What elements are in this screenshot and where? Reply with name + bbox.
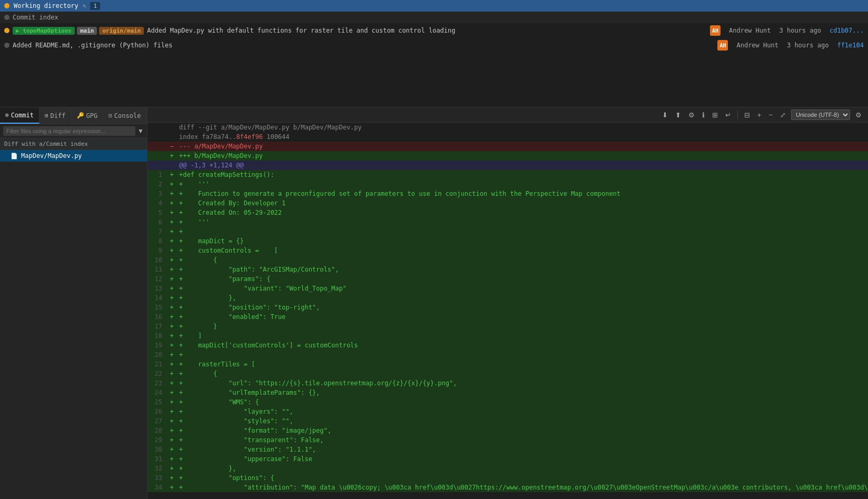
file-item-mapdev[interactable]: 📄 MapDev/MapDev.py <box>0 150 147 162</box>
file-path: MapDev/MapDev.py <box>21 152 82 159</box>
commit-list-area: ▶ topoMapOptions main origin/main Added … <box>0 23 868 107</box>
working-dir-title: Working directory <box>14 2 78 9</box>
diff-line-21: 21 + + rasterTiles = [ <box>147 360 868 369</box>
filter-dropdown-btn[interactable]: ▼ <box>137 127 144 135</box>
diff-line-32: 32 + + }, <box>147 464 868 473</box>
diff-line-22: 22 + + { <box>147 369 868 378</box>
diff-tab-icon: ⊞ <box>45 112 48 119</box>
tab-commit[interactable]: ⊙ Commit <box>0 107 40 124</box>
diff-line-17: 17 + + } <box>147 322 868 331</box>
tab-console[interactable]: ⊡ Console <box>103 107 146 124</box>
diff-line-16: 16 + + "enabled": True <box>147 312 868 322</box>
tab-diff-label: Diff <box>51 112 66 119</box>
commit-row-2[interactable]: Added README.md, .gitignore (Python) fil… <box>0 38 868 53</box>
diff-line-20: 20 + + <box>147 350 868 360</box>
commit-dot-2 <box>4 43 9 48</box>
toolbar-down-btn[interactable]: ⬇ <box>660 110 670 120</box>
diff-line-24: 24 + + "urlTemplateParams": {}, <box>147 388 868 397</box>
main-diff: ⬇ ⬆ ⚙ ℹ ⊞ ↵ ⊟ + − ⤢ Unicode (UTF-8) ⚙ di… <box>147 107 868 499</box>
commit-index-bar: Commit index <box>0 12 868 23</box>
diff-line-4: 4 + + Created By: Developer 1 <box>147 198 868 208</box>
file-icon: 📄 <box>11 153 18 159</box>
tab-gpg-label: GPG <box>86 112 98 119</box>
diff-meta-1: diff --git a/MapDev/MapDev.py b/MapDev/M… <box>147 123 868 132</box>
working-dir-badge: 1 <box>90 2 100 10</box>
bottom-panel: ⊙ Commit ⊞ Diff 🔑 GPG ⊡ Console ▼ Diff w… <box>0 107 868 499</box>
tab-bar: ⊙ Commit ⊞ Diff 🔑 GPG ⊡ Console <box>0 107 147 124</box>
diff-line-7: 7 + + <box>147 227 868 236</box>
diff-line-13: 13 + + "variant": "World_Topo_Map" <box>147 284 868 293</box>
commit-index-dot <box>4 15 9 20</box>
commit-index-label: Commit index <box>13 14 58 21</box>
tag-main: main <box>77 27 97 35</box>
tab-commit-label: Commit <box>11 112 34 119</box>
diff-line-28: 28 + + "format": "image/jpeg", <box>147 426 868 435</box>
diff-path-label: Diff with a/Commit index <box>4 141 88 147</box>
commit-hash-1: cd1b07... <box>830 27 864 34</box>
commit-row-1[interactable]: ▶ topoMapOptions main origin/main Added … <box>0 23 868 38</box>
diff-line-12: 12 + + "params": { <box>147 274 868 284</box>
diff-line-19: 19 + + mapDict['customControls'] = custo… <box>147 341 868 350</box>
diff-removed-1: − --- a/MapDev/MapDev.py <box>147 142 868 151</box>
commit-meta-1: AH Andrew Hunt 3 hours ago cd1b07... <box>710 25 864 36</box>
commit-tab-icon: ⊙ <box>5 112 9 118</box>
author-1: Andrew Hunt <box>729 27 771 34</box>
diff-line-9: 9 + + customControls = [ <box>147 246 868 255</box>
diff-line-1: 1 + +def createMapSettings(): <box>147 170 868 179</box>
toolbar-info-btn[interactable]: ℹ <box>700 110 707 120</box>
tab-console-label: Console <box>114 112 141 119</box>
diff-line-5: 5 + + Created On: 05-29-2022 <box>147 208 868 217</box>
diff-line-33: 33 + + "options": { <box>147 473 868 483</box>
file-tree: 📄 MapDev/MapDev.py <box>0 150 147 499</box>
avatar-1: AH <box>710 25 721 36</box>
tag-topoMapOptions: ▶ topoMapOptions <box>13 27 75 35</box>
sidebar: ⊙ Commit ⊞ Diff 🔑 GPG ⊡ Console ▼ Diff w… <box>0 107 147 499</box>
tab-diff[interactable]: ⊞ Diff <box>40 107 72 124</box>
commit-message-1: Added MapDev.py with default functions f… <box>147 27 707 34</box>
top-bar: Working directory ✎ 1 <box>0 0 868 12</box>
gpg-tab-icon: 🔑 <box>77 112 84 119</box>
toolbar-wrap-btn[interactable]: ↵ <box>723 110 733 120</box>
toolbar-gear-btn[interactable]: ⚙ <box>853 110 864 120</box>
commit-hash-2: ff1e104 <box>837 42 864 49</box>
commit-time-2: 3 hours ago <box>787 42 828 49</box>
diff-line-26: 26 + + "layers": "", <box>147 407 868 416</box>
toolbar-expand-btn[interactable]: ⤢ <box>778 110 788 120</box>
diff-line-3: 3 + + Function to generate a preconfigur… <box>147 189 868 198</box>
author-2: Andrew Hunt <box>736 42 778 49</box>
diff-line-29: 29 + + "transparent": False, <box>147 435 868 445</box>
commit-message-2: Added README.md, .gitignore (Python) fil… <box>13 42 714 49</box>
toolbar-view-btn[interactable]: ⊞ <box>710 110 720 120</box>
diff-line-10: 10 + + { <box>147 255 868 265</box>
commit-dot-1 <box>4 28 9 33</box>
commit-time-1: 3 hours ago <box>779 27 821 34</box>
diff-line-27: 27 + + "styles": "", <box>147 416 868 426</box>
diff-line-6: 6 + + ''' <box>147 217 868 227</box>
toolbar-format-btn[interactable]: ⊟ <box>742 110 752 120</box>
toolbar-minus-btn[interactable]: − <box>766 110 775 120</box>
edit-icon: ✎ <box>83 3 86 9</box>
diff-line-34: 34 + + "attribution": "Map data \u0026co… <box>147 483 868 492</box>
toolbar-plus-btn[interactable]: + <box>755 110 764 120</box>
diff-line-8: 8 + + mapDict = {} <box>147 236 868 246</box>
toolbar-settings-btn[interactable]: ⚙ <box>686 110 697 120</box>
diff-line-15: 15 + + "position": "top-right", <box>147 303 868 312</box>
diff-line-25: 25 + + "WMS": { <box>147 397 868 407</box>
tab-gpg[interactable]: 🔑 GPG <box>72 107 104 124</box>
diff-context-hunk: @@ -1,3 +1,124 @@ <box>147 161 868 170</box>
diff-added-header: + +++ b/MapDev/MapDev.py <box>147 151 868 161</box>
diff-path-header: Diff with a/Commit index <box>0 138 147 150</box>
tag-origin-main: origin/main <box>99 27 144 35</box>
diff-content[interactable]: diff --git a/MapDev/MapDev.py b/MapDev/M… <box>147 123 868 499</box>
diff-line-30: 30 + + "version": "1.1.1", <box>147 445 868 454</box>
filter-input[interactable] <box>3 126 135 136</box>
toolbar-up-btn[interactable]: ⬆ <box>673 110 683 120</box>
diff-line-31: 31 + + "uppercase": False <box>147 454 868 464</box>
toolbar-sep <box>737 111 738 119</box>
commit-meta-2: AH Andrew Hunt 3 hours ago ff1e104 <box>717 40 864 51</box>
diff-line-23: 23 + + "url": "https://{s}.tile.openstre… <box>147 378 868 388</box>
diff-line-11: 11 + + "path": "ArcGISMap/Controls", <box>147 265 868 274</box>
encoding-select[interactable]: Unicode (UTF-8) <box>791 109 850 120</box>
diff-line-18: 18 + + ] <box>147 331 868 341</box>
filter-bar: ▼ <box>0 124 147 138</box>
